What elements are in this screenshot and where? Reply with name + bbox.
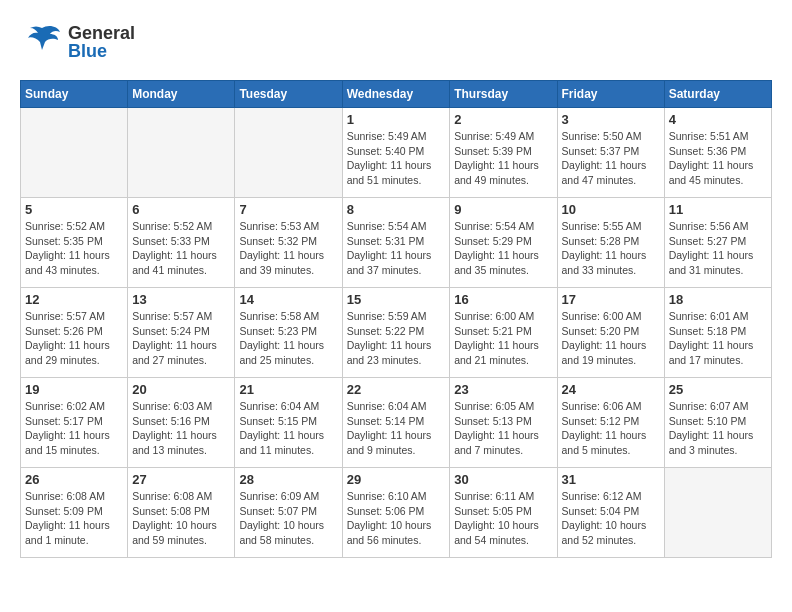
day-info: Sunrise: 6:12 AM Sunset: 5:04 PM Dayligh… [562, 489, 660, 548]
weekday-header-wednesday: Wednesday [342, 81, 450, 108]
calendar-cell: 15Sunrise: 5:59 AM Sunset: 5:22 PM Dayli… [342, 288, 450, 378]
day-info: Sunrise: 6:03 AM Sunset: 5:16 PM Dayligh… [132, 399, 230, 458]
calendar-cell: 17Sunrise: 6:00 AM Sunset: 5:20 PM Dayli… [557, 288, 664, 378]
day-info: Sunrise: 5:53 AM Sunset: 5:32 PM Dayligh… [239, 219, 337, 278]
calendar-cell: 10Sunrise: 5:55 AM Sunset: 5:28 PM Dayli… [557, 198, 664, 288]
calendar-cell: 9Sunrise: 5:54 AM Sunset: 5:29 PM Daylig… [450, 198, 557, 288]
logo-general: General [68, 24, 135, 42]
day-info: Sunrise: 6:08 AM Sunset: 5:09 PM Dayligh… [25, 489, 123, 548]
day-info: Sunrise: 5:51 AM Sunset: 5:36 PM Dayligh… [669, 129, 767, 188]
calendar-cell [21, 108, 128, 198]
calendar-cell: 7Sunrise: 5:53 AM Sunset: 5:32 PM Daylig… [235, 198, 342, 288]
calendar-row: 19Sunrise: 6:02 AM Sunset: 5:17 PM Dayli… [21, 378, 772, 468]
calendar-cell: 30Sunrise: 6:11 AM Sunset: 5:05 PM Dayli… [450, 468, 557, 558]
day-info: Sunrise: 5:55 AM Sunset: 5:28 PM Dayligh… [562, 219, 660, 278]
day-number: 27 [132, 472, 230, 487]
day-info: Sunrise: 6:04 AM Sunset: 5:14 PM Dayligh… [347, 399, 446, 458]
day-number: 28 [239, 472, 337, 487]
day-number: 2 [454, 112, 552, 127]
calendar-cell: 5Sunrise: 5:52 AM Sunset: 5:35 PM Daylig… [21, 198, 128, 288]
day-info: Sunrise: 6:05 AM Sunset: 5:13 PM Dayligh… [454, 399, 552, 458]
calendar-row: 12Sunrise: 5:57 AM Sunset: 5:26 PM Dayli… [21, 288, 772, 378]
day-number: 26 [25, 472, 123, 487]
day-number: 12 [25, 292, 123, 307]
calendar-cell: 14Sunrise: 5:58 AM Sunset: 5:23 PM Dayli… [235, 288, 342, 378]
day-number: 17 [562, 292, 660, 307]
weekday-header-saturday: Saturday [664, 81, 771, 108]
day-info: Sunrise: 5:56 AM Sunset: 5:27 PM Dayligh… [669, 219, 767, 278]
day-info: Sunrise: 6:06 AM Sunset: 5:12 PM Dayligh… [562, 399, 660, 458]
weekday-header-row: SundayMondayTuesdayWednesdayThursdayFrid… [21, 81, 772, 108]
calendar-cell: 16Sunrise: 6:00 AM Sunset: 5:21 PM Dayli… [450, 288, 557, 378]
calendar-cell [664, 468, 771, 558]
day-number: 24 [562, 382, 660, 397]
logo-words: GeneralBlue [68, 24, 135, 60]
day-number: 8 [347, 202, 446, 217]
day-info: Sunrise: 6:08 AM Sunset: 5:08 PM Dayligh… [132, 489, 230, 548]
day-info: Sunrise: 6:10 AM Sunset: 5:06 PM Dayligh… [347, 489, 446, 548]
calendar-row: 5Sunrise: 5:52 AM Sunset: 5:35 PM Daylig… [21, 198, 772, 288]
calendar-cell: 12Sunrise: 5:57 AM Sunset: 5:26 PM Dayli… [21, 288, 128, 378]
calendar-cell: 26Sunrise: 6:08 AM Sunset: 5:09 PM Dayli… [21, 468, 128, 558]
day-number: 16 [454, 292, 552, 307]
day-number: 19 [25, 382, 123, 397]
day-number: 11 [669, 202, 767, 217]
calendar-cell: 13Sunrise: 5:57 AM Sunset: 5:24 PM Dayli… [128, 288, 235, 378]
calendar-cell: 24Sunrise: 6:06 AM Sunset: 5:12 PM Dayli… [557, 378, 664, 468]
day-info: Sunrise: 5:49 AM Sunset: 5:39 PM Dayligh… [454, 129, 552, 188]
weekday-header-friday: Friday [557, 81, 664, 108]
day-info: Sunrise: 6:09 AM Sunset: 5:07 PM Dayligh… [239, 489, 337, 548]
day-info: Sunrise: 6:07 AM Sunset: 5:10 PM Dayligh… [669, 399, 767, 458]
day-number: 10 [562, 202, 660, 217]
calendar-cell: 27Sunrise: 6:08 AM Sunset: 5:08 PM Dayli… [128, 468, 235, 558]
weekday-header-tuesday: Tuesday [235, 81, 342, 108]
day-number: 23 [454, 382, 552, 397]
calendar-cell: 11Sunrise: 5:56 AM Sunset: 5:27 PM Dayli… [664, 198, 771, 288]
day-info: Sunrise: 5:58 AM Sunset: 5:23 PM Dayligh… [239, 309, 337, 368]
day-number: 29 [347, 472, 446, 487]
calendar-cell: 8Sunrise: 5:54 AM Sunset: 5:31 PM Daylig… [342, 198, 450, 288]
day-info: Sunrise: 5:49 AM Sunset: 5:40 PM Dayligh… [347, 129, 446, 188]
day-number: 13 [132, 292, 230, 307]
calendar-cell: 31Sunrise: 6:12 AM Sunset: 5:04 PM Dayli… [557, 468, 664, 558]
day-number: 6 [132, 202, 230, 217]
day-info: Sunrise: 6:11 AM Sunset: 5:05 PM Dayligh… [454, 489, 552, 548]
day-number: 22 [347, 382, 446, 397]
calendar-cell: 2Sunrise: 5:49 AM Sunset: 5:39 PM Daylig… [450, 108, 557, 198]
day-number: 1 [347, 112, 446, 127]
calendar-cell: 20Sunrise: 6:03 AM Sunset: 5:16 PM Dayli… [128, 378, 235, 468]
logo-blue: Blue [68, 42, 135, 60]
weekday-header-sunday: Sunday [21, 81, 128, 108]
day-info: Sunrise: 5:57 AM Sunset: 5:26 PM Dayligh… [25, 309, 123, 368]
calendar-cell [235, 108, 342, 198]
calendar-cell: 6Sunrise: 5:52 AM Sunset: 5:33 PM Daylig… [128, 198, 235, 288]
day-info: Sunrise: 5:57 AM Sunset: 5:24 PM Dayligh… [132, 309, 230, 368]
day-number: 30 [454, 472, 552, 487]
day-number: 14 [239, 292, 337, 307]
calendar-cell: 22Sunrise: 6:04 AM Sunset: 5:14 PM Dayli… [342, 378, 450, 468]
calendar-cell: 19Sunrise: 6:02 AM Sunset: 5:17 PM Dayli… [21, 378, 128, 468]
day-info: Sunrise: 5:54 AM Sunset: 5:29 PM Dayligh… [454, 219, 552, 278]
logo-svg [20, 20, 64, 64]
day-number: 4 [669, 112, 767, 127]
calendar-cell [128, 108, 235, 198]
day-info: Sunrise: 5:52 AM Sunset: 5:33 PM Dayligh… [132, 219, 230, 278]
calendar-row: 1Sunrise: 5:49 AM Sunset: 5:40 PM Daylig… [21, 108, 772, 198]
calendar-cell: 23Sunrise: 6:05 AM Sunset: 5:13 PM Dayli… [450, 378, 557, 468]
calendar-cell: 4Sunrise: 5:51 AM Sunset: 5:36 PM Daylig… [664, 108, 771, 198]
logo: GeneralBlue [20, 20, 135, 64]
calendar-cell: 1Sunrise: 5:49 AM Sunset: 5:40 PM Daylig… [342, 108, 450, 198]
day-info: Sunrise: 6:04 AM Sunset: 5:15 PM Dayligh… [239, 399, 337, 458]
day-number: 15 [347, 292, 446, 307]
day-number: 31 [562, 472, 660, 487]
day-number: 25 [669, 382, 767, 397]
calendar-cell: 25Sunrise: 6:07 AM Sunset: 5:10 PM Dayli… [664, 378, 771, 468]
calendar-cell: 18Sunrise: 6:01 AM Sunset: 5:18 PM Dayli… [664, 288, 771, 378]
day-info: Sunrise: 6:01 AM Sunset: 5:18 PM Dayligh… [669, 309, 767, 368]
calendar-cell: 29Sunrise: 6:10 AM Sunset: 5:06 PM Dayli… [342, 468, 450, 558]
day-info: Sunrise: 5:54 AM Sunset: 5:31 PM Dayligh… [347, 219, 446, 278]
day-info: Sunrise: 5:50 AM Sunset: 5:37 PM Dayligh… [562, 129, 660, 188]
day-number: 20 [132, 382, 230, 397]
day-info: Sunrise: 6:00 AM Sunset: 5:20 PM Dayligh… [562, 309, 660, 368]
calendar-cell: 28Sunrise: 6:09 AM Sunset: 5:07 PM Dayli… [235, 468, 342, 558]
